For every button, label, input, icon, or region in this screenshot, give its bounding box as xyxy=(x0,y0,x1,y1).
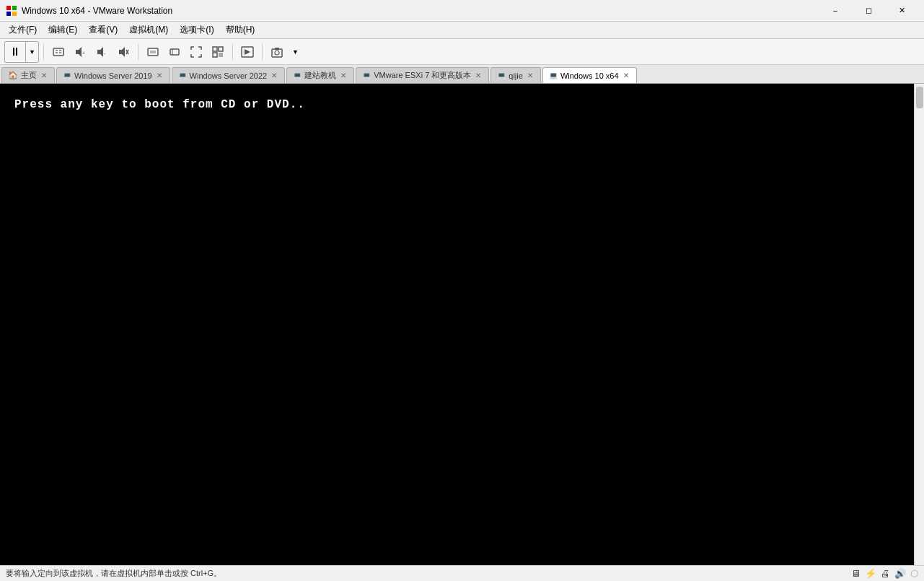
window-title: Windows 10 x64 - VMware Workstation xyxy=(22,6,172,16)
app-icon xyxy=(6,5,17,17)
svg-rect-17 xyxy=(150,51,156,53)
close-button[interactable]: ✕ xyxy=(885,0,918,22)
scrollbar-thumb[interactable] xyxy=(916,87,923,108)
unity-button[interactable] xyxy=(208,42,228,62)
svg-rect-2 xyxy=(6,12,11,16)
vm-boot-text: Press any key to boot from CD or DVD.. xyxy=(14,98,305,111)
status-power-icon: ⚡ xyxy=(865,568,876,579)
volume-down-button[interactable]: - xyxy=(92,42,112,62)
vm-icon-win10: 💻 xyxy=(549,71,558,79)
title-bar: Windows 10 x64 - VMware Workstation − ◻ … xyxy=(0,0,924,22)
tab-ws2022-close[interactable]: ✕ xyxy=(270,71,278,80)
svg-text:+: + xyxy=(82,51,85,56)
tab-ws2019[interactable]: 💻 Windows Server 2019 ✕ xyxy=(56,67,170,83)
mute-button[interactable] xyxy=(113,42,133,62)
tab-ws2022[interactable]: 💻 Windows Server 2022 ✕ xyxy=(172,67,286,83)
snapshot-button[interactable] xyxy=(267,42,287,62)
menu-vm[interactable]: 虚拟机(M) xyxy=(123,22,174,39)
svg-marker-25 xyxy=(245,49,250,55)
tab-esxi7[interactable]: 💻 VMware ESXi 7 和更高版本 ✕ xyxy=(356,67,489,83)
toolbar-sep-1 xyxy=(43,44,44,60)
toolbar-sep-2 xyxy=(138,44,138,60)
tab-qijie[interactable]: 💻 qijie ✕ xyxy=(490,67,541,83)
menu-edit[interactable]: 编辑(E) xyxy=(43,22,83,39)
toolbar-sep-4 xyxy=(262,44,263,60)
home-icon: 🏠 xyxy=(8,71,18,80)
menu-bar: 文件(F) 编辑(E) 查看(V) 虚拟机(M) 选项卡(I) 帮助(H) xyxy=(0,22,924,39)
vm-screen[interactable]: Press any key to boot from CD or DVD.. xyxy=(0,84,914,565)
menu-view[interactable]: 查看(V) xyxy=(83,22,123,39)
svg-marker-9 xyxy=(76,47,82,57)
status-text: 要将输入定向到该虚拟机，请在虚拟机内部单击或按 Ctrl+G。 xyxy=(6,568,851,579)
pause-dropdown[interactable]: ▼ xyxy=(25,42,38,62)
status-bar: 要将输入定向到该虚拟机，请在虚拟机内部单击或按 Ctrl+G。 🖥 ⚡ 🖨 🔊 … xyxy=(0,565,924,581)
tab-jianzhanjiaoji[interactable]: 💻 建站教机 ✕ xyxy=(286,67,354,83)
snapshot-dropdown[interactable]: ▼ xyxy=(289,42,302,62)
tab-esxi7-close[interactable]: ✕ xyxy=(474,71,483,80)
status-print-icon: 🖨 xyxy=(881,568,890,579)
console-view-button[interactable] xyxy=(237,42,258,62)
fit-window-button[interactable] xyxy=(164,42,185,62)
svg-text:-: - xyxy=(104,51,106,56)
tab-jzjj-label: 建站教机 xyxy=(304,70,336,81)
tab-qijie-close[interactable]: ✕ xyxy=(526,71,534,80)
tabs-bar: 🏠 主页 ✕ 💻 Windows Server 2019 ✕ 💻 Windows… xyxy=(0,65,924,84)
svg-marker-13 xyxy=(119,47,125,57)
svg-rect-18 xyxy=(170,49,179,55)
svg-rect-3 xyxy=(12,12,17,16)
svg-marker-11 xyxy=(97,47,103,57)
window-controls: − ◻ ✕ xyxy=(819,0,918,22)
fullscreen-button[interactable] xyxy=(186,42,206,62)
minimize-button[interactable]: − xyxy=(819,0,852,22)
svg-rect-0 xyxy=(6,6,11,10)
vm-area-wrapper: Press any key to boot from CD or DVD.. xyxy=(0,84,924,565)
svg-rect-21 xyxy=(219,47,223,51)
svg-rect-23 xyxy=(219,53,223,57)
pause-button[interactable]: ⏸ xyxy=(5,42,25,62)
svg-point-27 xyxy=(275,51,279,55)
status-sound-icon: 🔊 xyxy=(894,568,906,579)
svg-rect-22 xyxy=(213,53,217,57)
tab-win10x64[interactable]: 💻 Windows 10 x64 ✕ xyxy=(542,67,637,83)
svg-rect-20 xyxy=(213,47,217,51)
svg-rect-4 xyxy=(53,48,63,56)
ctrl-alt-del-button[interactable] xyxy=(48,42,69,62)
vm-icon-qijie: 💻 xyxy=(497,71,506,79)
vm-icon-jzjj: 💻 xyxy=(293,71,302,79)
volume-up-button[interactable]: + xyxy=(70,42,90,62)
tab-ws2022-label: Windows Server 2022 xyxy=(190,71,268,80)
menu-tab[interactable]: 选项卡(I) xyxy=(174,22,219,39)
status-vmtools-icon: ⬡ xyxy=(910,568,918,579)
restore-button[interactable]: ◻ xyxy=(852,0,885,22)
tab-win10-close[interactable]: ✕ xyxy=(622,71,630,80)
tab-qijie-label: qijie xyxy=(509,71,523,80)
tab-home-label: 主页 xyxy=(21,70,37,81)
menu-help[interactable]: 帮助(H) xyxy=(220,22,261,39)
tab-home[interactable]: 🏠 主页 ✕ xyxy=(1,67,55,83)
vm-icon-ws2022: 💻 xyxy=(178,71,187,79)
scrollbar-vertical[interactable] xyxy=(914,84,924,565)
tab-ws2019-label: Windows Server 2019 xyxy=(74,71,152,80)
tab-esxi7-label: VMware ESXi 7 和更高版本 xyxy=(374,70,471,81)
fit-guest-button[interactable] xyxy=(143,42,163,62)
menu-file[interactable]: 文件(F) xyxy=(3,22,43,39)
toolbar-sep-3 xyxy=(232,44,233,60)
toolbar: ⏸ ▼ + - xyxy=(0,39,924,65)
status-network-icon: 🖥 xyxy=(851,568,861,579)
vm-icon-ws2019: 💻 xyxy=(63,71,71,79)
tab-jzjj-close[interactable]: ✕ xyxy=(339,71,348,80)
tab-ws2019-close[interactable]: ✕ xyxy=(155,71,164,80)
content-wrapper: Press any key to boot from CD or DVD.. 要… xyxy=(0,84,924,581)
tab-home-close[interactable]: ✕ xyxy=(40,71,48,80)
svg-rect-1 xyxy=(12,6,17,10)
tab-win10-label: Windows 10 x64 xyxy=(560,71,619,80)
vm-icon-esxi7: 💻 xyxy=(362,71,371,79)
svg-rect-28 xyxy=(275,48,279,50)
power-btn-group: ⏸ ▼ xyxy=(4,41,39,63)
